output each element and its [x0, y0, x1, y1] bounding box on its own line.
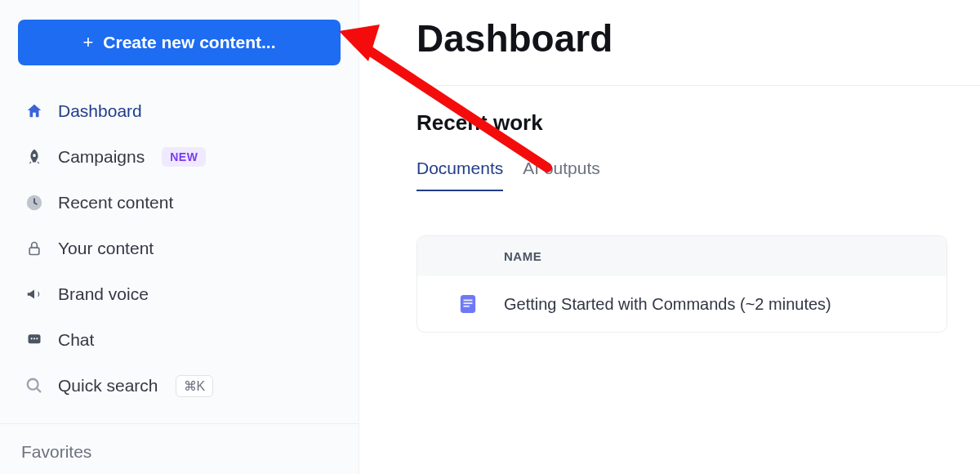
sidebar-item-chat[interactable]: Chat	[18, 319, 341, 361]
rocket-icon	[23, 145, 46, 168]
megaphone-icon	[23, 283, 46, 306]
document-name: Getting Started with Commands (~2 minute…	[504, 295, 831, 314]
sidebar-item-dashboard[interactable]: Dashboard	[18, 90, 341, 132]
sidebar-item-brand-voice[interactable]: Brand voice	[18, 273, 341, 315]
sidebar-item-label: Recent content	[58, 193, 173, 212]
svg-point-5	[36, 338, 38, 339]
create-new-content-button[interactable]: + Create new content...	[18, 20, 341, 65]
sidebar-nav: Dashboard Campaigns NEW Recent content Y…	[18, 90, 341, 407]
sidebar-item-label: Chat	[58, 330, 94, 350]
divider	[416, 85, 980, 86]
lock-icon	[23, 237, 46, 260]
svg-point-4	[33, 338, 35, 339]
svg-rect-10	[464, 306, 470, 307]
svg-rect-1	[29, 248, 39, 254]
svg-point-3	[31, 338, 33, 339]
sidebar-item-your-content[interactable]: Your content	[18, 227, 341, 270]
new-badge: NEW	[162, 147, 206, 167]
table-header-name: NAME	[417, 236, 947, 276]
page-title: Dashboard	[416, 16, 947, 60]
sidebar-item-campaigns[interactable]: Campaigns NEW	[18, 136, 341, 178]
search-icon	[23, 374, 46, 397]
sidebar-item-label: Brand voice	[58, 284, 149, 304]
keyboard-shortcut: ⌘K	[176, 375, 214, 397]
tab-documents[interactable]: Documents	[416, 159, 503, 191]
table-row[interactable]: Getting Started with Commands (~2 minute…	[417, 276, 947, 332]
svg-rect-9	[464, 302, 473, 304]
favorites-section-title: Favorites	[18, 424, 341, 462]
main-content: Dashboard Recent work Documents AI outpu…	[359, 0, 980, 474]
sidebar-item-label: Your content	[58, 239, 154, 258]
svg-rect-8	[464, 300, 473, 302]
sidebar-item-label: Dashboard	[58, 101, 142, 121]
recent-work-title: Recent work	[416, 110, 947, 136]
document-icon	[457, 293, 479, 315]
recent-work-table: NAME Getting Started with Commands (~2 m…	[416, 235, 947, 333]
sidebar-item-quick-search[interactable]: Quick search ⌘K	[18, 364, 341, 407]
tab-ai-outputs[interactable]: AI outputs	[523, 159, 600, 191]
plus-icon: +	[82, 34, 93, 51]
sidebar-item-label: Campaigns	[58, 147, 145, 167]
sidebar-item-label: Quick search	[58, 376, 158, 396]
sidebar-item-recent-content[interactable]: Recent content	[18, 181, 341, 224]
create-button-label: Create new content...	[103, 33, 275, 52]
chat-icon	[23, 329, 46, 351]
home-icon	[23, 100, 46, 123]
sidebar: + Create new content... Dashboard Campai…	[0, 0, 359, 474]
tabs: Documents AI outputs	[416, 159, 947, 191]
clock-icon	[23, 191, 46, 214]
